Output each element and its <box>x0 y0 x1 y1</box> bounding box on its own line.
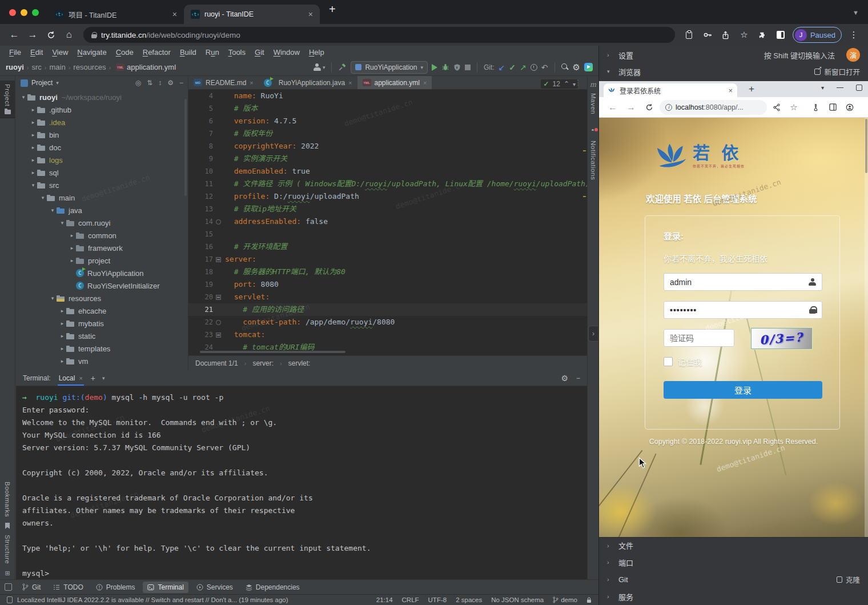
breadcrumb-project[interactable]: ruoyi <box>6 63 24 71</box>
breadcrumb-resources[interactable]: resources <box>73 63 106 71</box>
run-button[interactable] <box>432 64 437 71</box>
locate-file-icon[interactable]: ◎ <box>135 79 141 87</box>
menu-item-file[interactable]: File <box>5 48 26 57</box>
coverage-shield-icon[interactable] <box>453 63 461 71</box>
collapse-all-icon[interactable]: ⇅ <box>147 79 152 87</box>
toolwindow-services[interactable]: Services <box>192 582 238 593</box>
tree-item-common[interactable]: ▸common <box>16 229 188 242</box>
tree-item-java[interactable]: ▾java <box>16 204 188 217</box>
login-button[interactable]: 登录 <box>664 381 822 399</box>
browser-tab[interactable]: ‹t›ruoyi - TitanIDE× <box>184 5 320 24</box>
share-icon[interactable] <box>717 26 734 43</box>
stripe-tab-notifications[interactable]: Notifications <box>590 141 597 180</box>
git-update-icon[interactable]: ↙ <box>499 63 505 71</box>
tree-chevron-icon[interactable]: ▸ <box>29 145 37 150</box>
status-indent[interactable]: 2 spaces <box>456 596 482 603</box>
tree-item-mybatis[interactable]: ▸mybatis <box>16 317 188 330</box>
tree-item-src[interactable]: ▾src <box>16 179 188 191</box>
mini-flask-icon[interactable] <box>808 100 823 115</box>
mini-bookmark-star-icon[interactable]: ☆ <box>786 100 801 115</box>
search-everywhere-icon[interactable] <box>561 63 569 71</box>
editor-tab-close-icon[interactable]: × <box>250 79 253 86</box>
tree-chevron-icon[interactable]: ▸ <box>58 346 66 351</box>
tree-chevron-icon[interactable]: ▸ <box>68 245 76 251</box>
remember-checkbox[interactable] <box>664 357 673 366</box>
tree-chevron-icon[interactable]: ▾ <box>39 195 47 201</box>
tab-close-icon[interactable]: × <box>170 10 179 19</box>
tree-chevron-icon[interactable]: ▾ <box>29 182 37 188</box>
mini-side-panel-icon[interactable] <box>825 100 840 115</box>
tree-chevron-icon[interactable]: ▸ <box>58 358 66 364</box>
titanide-logo-icon[interactable] <box>584 63 593 71</box>
terminal-tabs-dropdown-icon[interactable]: ▾ <box>102 375 105 381</box>
crumb-servlet[interactable]: servlet: <box>288 359 311 367</box>
menu-item-navigate[interactable]: Navigate <box>73 48 111 57</box>
next-problem-icon[interactable]: ▾ <box>573 81 576 87</box>
tree-chevron-icon[interactable]: ▾ <box>49 295 57 301</box>
section-browser[interactable]: ▾ 浏览器 新窗口打开 <box>599 63 868 79</box>
section-ports[interactable]: ›端口 <box>599 554 868 570</box>
tree-item-main[interactable]: ▾main <box>16 191 188 204</box>
fold-marker-icon[interactable] <box>216 332 221 338</box>
editor-tab-RuoYiApplication-java[interactable]: RuoYiApplication.java× <box>259 76 357 89</box>
password-key-icon[interactable] <box>699 26 716 43</box>
toolwindow-terminal[interactable]: Terminal <box>143 582 188 593</box>
tree-item-doc[interactable]: ▸doc <box>16 141 188 154</box>
profile-chip[interactable]: J Paused <box>793 27 842 43</box>
mini-share-icon[interactable] <box>769 100 784 115</box>
forward-icon[interactable]: → <box>24 26 41 43</box>
mini-reload-icon[interactable] <box>641 99 657 115</box>
stripe-tab-structure[interactable]: Structure <box>4 535 11 564</box>
tree-item-ruoyi[interactable]: ▾ruoyi~/workspace/ruoyi <box>16 91 188 103</box>
reload-icon[interactable] <box>42 26 59 43</box>
tree-chevron-icon[interactable]: ▸ <box>68 233 76 238</box>
mini-tab-close-icon[interactable]: × <box>728 86 733 95</box>
panel-expander-chevron[interactable]: › <box>588 326 598 342</box>
editor-tab-README-md[interactable]: MDREADME.md× <box>188 76 259 89</box>
tree-chevron-icon[interactable]: ▸ <box>58 320 66 326</box>
fold-marker-icon[interactable] <box>216 257 221 262</box>
browser-menu-kebab-icon[interactable]: ⋮ <box>845 26 862 43</box>
hide-panel-icon[interactable]: − <box>179 79 183 87</box>
rollback-icon[interactable]: ↶ <box>541 63 548 71</box>
section-files[interactable]: ›文件 <box>599 537 868 553</box>
menu-item-git[interactable]: Git <box>250 48 269 57</box>
mini-forward-icon[interactable]: → <box>623 99 639 115</box>
mini-url-bar[interactable]: i localhost:8080/app/... <box>660 100 767 115</box>
menu-item-edit[interactable]: Edit <box>26 48 47 57</box>
project-panel-title[interactable]: Project <box>31 79 53 87</box>
tree-chevron-icon[interactable]: ▸ <box>58 308 66 314</box>
mini-back-icon[interactable]: ← <box>605 99 621 115</box>
terminal-output[interactable]: → ruoyi git:(demo) mysql -h mysql -u roo… <box>16 386 587 579</box>
mini-new-tab-icon[interactable]: + <box>749 83 754 95</box>
clipboard-icon[interactable] <box>681 26 698 43</box>
stripe-tab-maven[interactable]: Maven <box>590 93 597 114</box>
git-commit-check-icon[interactable]: ✓ <box>509 63 516 71</box>
tree-chevron-icon[interactable]: ▾ <box>19 94 27 100</box>
status-git-branch[interactable]: demo <box>553 596 577 603</box>
toolwindow-todo[interactable]: TODO <box>49 582 87 593</box>
tab-search-chevron-icon[interactable]: ▼ <box>853 9 859 16</box>
menu-item-view[interactable]: View <box>47 48 73 57</box>
browser-tab[interactable]: ‹t›项目 - TitanIDE× <box>48 5 184 24</box>
status-encoding[interactable]: UTF-8 <box>428 596 447 603</box>
status-schema[interactable]: No JSON schema <box>491 596 544 603</box>
tree-chevron-icon[interactable]: ▸ <box>58 333 66 339</box>
menu-item-refactor[interactable]: Refactor <box>138 48 175 57</box>
clone-button[interactable]: 克隆 <box>837 574 860 585</box>
project-scrollbar[interactable] <box>184 99 187 196</box>
breadcrumb-file[interactable]: application.yml <box>127 63 176 71</box>
tree-item-sql[interactable]: ▸sql <box>16 166 188 179</box>
crumb-server[interactable]: server: <box>252 359 274 367</box>
terminal-minimize-icon[interactable]: − <box>576 374 580 382</box>
tree-item--github[interactable]: ▸.github <box>16 103 188 116</box>
tree-chevron-icon[interactable]: ▸ <box>68 258 76 263</box>
inspections-widget[interactable]: ✓ 12 ⌃ ▾ <box>541 79 578 89</box>
url-bar[interactable]: try.titanide.cn/ide/web/coding/ruoyi/dem… <box>83 27 675 43</box>
tree-item-framework[interactable]: ▸framework <box>16 242 188 254</box>
editor-tab-close-icon[interactable]: × <box>348 79 352 86</box>
mini-minimize-icon[interactable]: — <box>837 83 843 91</box>
project-settings-gear-icon[interactable]: ⚙ <box>167 79 174 87</box>
extensions-puzzle-icon[interactable] <box>754 26 771 43</box>
menu-item-help[interactable]: Help <box>304 48 329 57</box>
